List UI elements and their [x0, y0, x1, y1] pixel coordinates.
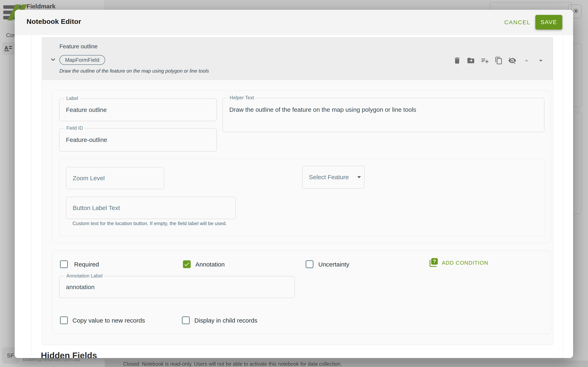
display-child-label: Display in child records — [194, 317, 257, 325]
button-label-helper: Custom text for the location button. If … — [72, 221, 227, 226]
field-id-field[interactable]: Field ID Feature-outline — [59, 128, 217, 151]
content-right-rule — [563, 35, 563, 358]
dialog-header — [15, 10, 573, 35]
cancel-button[interactable]: CANCEL — [502, 18, 534, 27]
copy-value-label: Copy value to new records — [72, 317, 145, 325]
helper-text-field-value: Draw the outline of the feature on the m… — [229, 106, 540, 113]
helper-text-field[interactable]: Helper Text Draw the outline of the feat… — [223, 98, 544, 132]
sun-icon — [573, 8, 579, 14]
uncertainty-checkbox[interactable] — [306, 260, 313, 268]
field-id-field-value: Feature-outline — [66, 128, 213, 151]
label-field[interactable]: Label Feature outline — [59, 99, 217, 121]
notebook-editor-dialog: Notebook Editor CANCEL SAVE Feature outl… — [15, 10, 573, 358]
display-child-checkbox[interactable] — [182, 317, 190, 324]
field-properties-section: Label Feature outline Helper Text Draw t… — [52, 91, 551, 243]
dialog-title: Notebook Editor — [26, 17, 81, 25]
status-banner: Closed: Notebook is read-only. Users wil… — [105, 360, 588, 367]
hide-field-icon[interactable] — [508, 57, 516, 65]
field-options-section: Required Annotation Uncertainty ? ADD CO… — [52, 250, 551, 334]
quiz-icon: ? — [430, 258, 438, 266]
tree-guide-line — [9, 55, 10, 190]
chevron-down-icon[interactable] — [49, 55, 57, 64]
required-label: Required — [74, 260, 99, 268]
button-label-field[interactable]: Button Label Text — [66, 197, 236, 219]
select-feature-dropdown[interactable]: Select Feature — [302, 166, 364, 189]
annotation-label-field-value: annotation — [66, 276, 290, 298]
button-label-placeholder: Button Label Text — [73, 197, 232, 219]
copy-value-checkbox[interactable] — [60, 317, 68, 324]
field-card-title: Feature outline — [60, 43, 98, 50]
field-card: Feature outline MapFormField Draw the ou… — [42, 37, 553, 345]
uncertainty-label: Uncertainty — [318, 260, 349, 268]
zoom-level-field[interactable]: Zoom Level — [66, 167, 164, 189]
annotation-label: Annotation — [195, 260, 225, 268]
field-card-description: Draw the outline of the feature on the m… — [60, 68, 209, 74]
screen: Fieldmark Con A SF shawn@fieldnote.com.a… — [0, 0, 588, 367]
zoom-level-placeholder: Zoom Level — [73, 167, 160, 189]
hidden-fields-heading: Hidden Fields — [41, 351, 97, 358]
text-field-icon: A — [2, 42, 15, 55]
map-options-section: Zoom Level Select Feature Button Label T… — [59, 159, 544, 236]
add-condition-label: ADD CONDITION — [442, 260, 488, 266]
background-search-box — [490, 2, 572, 11]
duplicate-icon[interactable] — [495, 57, 503, 65]
save-button[interactable]: SAVE — [535, 15, 562, 30]
select-feature-label: Select Feature — [309, 166, 360, 188]
brand-title: Fieldmark — [26, 3, 56, 10]
move-up-icon[interactable] — [522, 57, 531, 65]
delete-icon[interactable] — [453, 57, 461, 65]
add-condition-button[interactable]: ? ADD CONDITION — [430, 258, 536, 270]
move-down-icon[interactable] — [537, 57, 545, 65]
label-field-value: Feature outline — [66, 99, 213, 121]
annotation-checkbox[interactable] — [183, 260, 191, 268]
svg-text:A: A — [4, 45, 8, 51]
status-banner-text: Closed: Notebook is read-only. Users wil… — [123, 361, 342, 367]
add-to-list-icon[interactable] — [480, 57, 489, 65]
dropdown-caret-icon — [357, 176, 361, 178]
move-to-section-icon[interactable] — [467, 57, 475, 65]
annotation-label-field[interactable]: Annotation Label annotation — [59, 276, 295, 298]
required-checkbox[interactable] — [60, 260, 68, 268]
field-type-chip: MapFormField — [60, 55, 105, 65]
helper-text-field-label: Helper Text — [228, 95, 256, 100]
